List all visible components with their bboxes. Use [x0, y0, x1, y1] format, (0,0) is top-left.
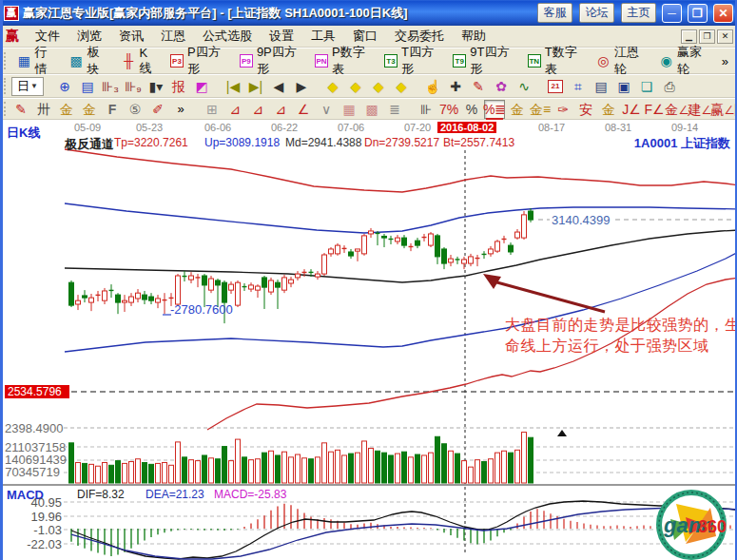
home-button[interactable]: 主页 — [621, 3, 656, 23]
five-grid-tool-button[interactable]: ⑤ — [125, 100, 145, 119]
notes-icon: ▤ — [593, 79, 610, 94]
anbox-tool-button[interactable]: 安 — [575, 100, 596, 119]
next-button[interactable]: ▶ — [291, 77, 312, 96]
fan3-tool-button[interactable]: ⊿ — [270, 100, 291, 119]
window-titlebar: 赢 赢家江恩专业版[赢家内部服务平台] - [上证指数 SH1A0001-100… — [0, 0, 737, 26]
pen-red-button[interactable]: ✎ — [468, 77, 489, 96]
pen-ruler-tool-button[interactable]: ✐ — [147, 100, 168, 119]
period-label: 日K线 — [7, 125, 40, 142]
t3-icon: T3 — [384, 54, 398, 68]
toolbar-handle[interactable] — [4, 52, 7, 69]
gold-grid2-tool-button[interactable]: 金 — [79, 100, 100, 119]
calc-button[interactable]: ⌗ — [568, 77, 589, 96]
prev-button[interactable]: ◀ — [268, 77, 289, 96]
color-chart-button[interactable]: ◩ — [191, 77, 212, 96]
table-icon: ▦ — [17, 53, 31, 68]
jian-angle-tool-button[interactable]: 建∠ — [689, 100, 710, 119]
hand-icon: ☝ — [425, 79, 441, 94]
last-icon: ▶| — [248, 79, 264, 94]
print-button[interactable]: ⎙ — [659, 77, 680, 96]
gold-grid-tool-button[interactable]: 金 — [56, 100, 77, 119]
gold-angle-icon: 金∠ — [669, 102, 686, 117]
period-day-button[interactable]: 日▼ — [11, 77, 44, 96]
flower-button[interactable]: ✿ — [491, 77, 512, 96]
band-price-label-red: 2534.5796 — [5, 385, 69, 398]
candlestick-icon: ╫ — [122, 53, 136, 68]
hand-button[interactable]: ☝ — [422, 77, 443, 96]
grid-a-tool-button[interactable]: ▦ — [339, 100, 359, 119]
first-button[interactable]: |◀ — [223, 77, 243, 96]
pen-red-icon: ✎ — [471, 79, 487, 94]
brush2-tool-button[interactable]: ✑ — [553, 100, 573, 119]
export-button[interactable]: ❏ — [636, 77, 657, 96]
pct-lines-tool-button[interactable]: %≣ — [484, 100, 505, 119]
crosshair-button[interactable]: ✚ — [445, 77, 466, 96]
jian-angle-icon: 建∠ — [692, 102, 708, 117]
f-grid-tool-button[interactable]: F — [102, 100, 123, 119]
maximize-button[interactable]: ❐ — [688, 4, 708, 23]
first-icon: |◀ — [225, 79, 242, 94]
forum-button[interactable]: 论坛 — [579, 3, 614, 23]
grid-tool-button[interactable]: 卅 — [33, 100, 54, 119]
close-button[interactable]: ✕ — [713, 4, 733, 23]
mini-chart3-button[interactable]: ⊪₃ — [100, 77, 121, 96]
minimize-button[interactable]: ─ — [662, 4, 682, 23]
box-grid-tool-button[interactable]: ⊞ — [202, 100, 223, 119]
macd-axis-label: -22.03 — [7, 537, 62, 551]
curve-button[interactable]: ∿ — [514, 77, 534, 96]
channel-param-label: Tp=3220.7261 — [114, 136, 188, 149]
candle-drop-button[interactable]: ▮▾ — [145, 77, 166, 96]
next-icon: ▶ — [294, 79, 310, 94]
globe-button[interactable]: ⊕ — [54, 77, 75, 96]
band-price-label-gray: 2398.4900 — [5, 421, 60, 435]
support-button[interactable]: 客服 — [537, 3, 572, 23]
toolbar-overflow-chevron[interactable]: » — [716, 51, 734, 70]
pct-tool-button[interactable]: % — [461, 100, 482, 119]
hist-tool-button[interactable]: ⊪ — [416, 100, 436, 119]
calendar-icon: 21 — [548, 80, 563, 93]
marked-low-price-label: -2780.7600 — [170, 302, 233, 317]
people-button[interactable]: 报 — [168, 77, 189, 96]
diamond-cross-button[interactable]: ◆ — [391, 77, 412, 96]
fan-lines-tool-button[interactable]: ∠ — [293, 100, 314, 119]
date-axis-label: 08-31 — [605, 122, 631, 133]
chevron-down-icon: ▼ — [30, 83, 38, 90]
ying-angle-tool-button[interactable]: 赢∠ — [712, 100, 733, 119]
fan1-tool-button[interactable]: ⊿ — [224, 100, 245, 119]
j-angle-tool-button[interactable]: J∠ — [621, 100, 642, 119]
gold-angle-tool-button[interactable]: 金∠ — [667, 100, 688, 119]
vee-tool-button[interactable]: ∨ — [316, 100, 337, 119]
period-day-label: 日 — [17, 80, 29, 92]
last-button[interactable]: ▶| — [245, 77, 266, 96]
diamond-h-button[interactable]: ◆ — [368, 77, 389, 96]
save-button[interactable]: ▣ — [613, 77, 634, 96]
channel-param-label: Bt=2557.7413 — [443, 136, 514, 149]
export-icon: ❏ — [639, 79, 655, 94]
multiline-tool-button[interactable]: ≣ — [384, 100, 405, 119]
pct7-tool-button[interactable]: 7% — [438, 100, 459, 119]
gold-lines-tool-button[interactable]: 金≡ — [530, 100, 551, 119]
multiline-icon: ≣ — [387, 102, 403, 117]
calendar-button[interactable]: 21 — [545, 77, 566, 96]
red-pen-tool-button[interactable]: ✎ — [10, 100, 31, 119]
diamond-right-button[interactable]: ◆ — [345, 77, 366, 96]
toolbar-button-label: P数字表 — [332, 44, 371, 78]
color-chart-icon: ◩ — [194, 79, 210, 94]
notes-button[interactable]: ▤ — [591, 77, 611, 96]
grid-b-tool-button[interactable]: ▩ — [361, 100, 382, 119]
toolbar-handle[interactable] — [4, 102, 6, 116]
goldline2-tool-button[interactable]: 金 — [598, 100, 619, 119]
toolbar-button-label: 9T四方形 — [470, 44, 514, 78]
dif-value-label: DIF=8.32 — [77, 488, 125, 501]
mini-chart9-button[interactable]: ⊪₉ — [123, 77, 144, 96]
toolbar-overflow-chevron[interactable]: » — [170, 100, 191, 119]
diamond-left-button[interactable]: ◆ — [322, 77, 343, 96]
gold-circle-tool-button[interactable]: 金 — [507, 100, 528, 119]
fan-lines-icon: ∠ — [296, 102, 312, 117]
channel-param-label: 极反通道 — [65, 136, 114, 153]
fan2-tool-button[interactable]: ⊿ — [247, 100, 268, 119]
mini-chart3-icon: ⊪₃ — [103, 79, 119, 94]
toolbar-handle[interactable] — [4, 78, 7, 93]
report-button[interactable]: ▤ — [77, 77, 98, 96]
f-angle-tool-button[interactable]: F∠ — [644, 100, 665, 119]
